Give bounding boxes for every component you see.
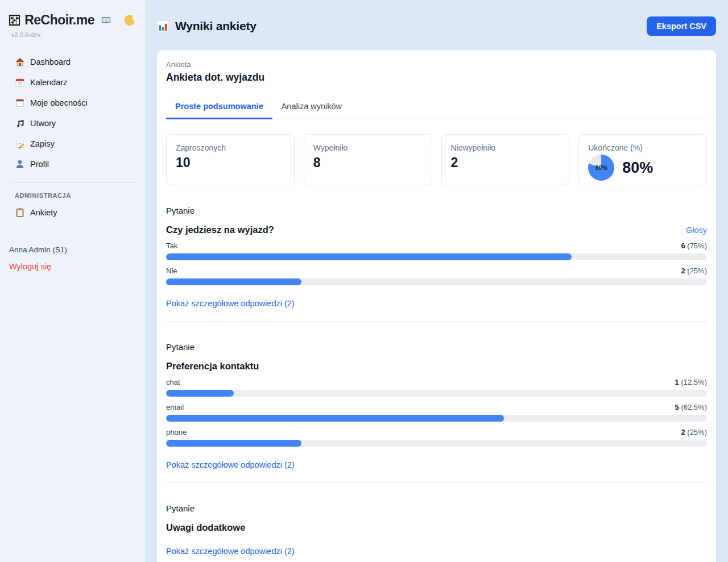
answer-bar-track bbox=[166, 253, 707, 260]
stat-card-wypelnilo: Wypełniło 8 bbox=[304, 134, 432, 185]
question-section: Pytanie Uwagi dodatkowe Pokaż szczegółow… bbox=[166, 483, 707, 562]
survey-name: Ankieta dot. wyjazdu bbox=[166, 72, 707, 84]
sidebar-item-label: Profil bbox=[30, 160, 49, 169]
completion-percent: 80% bbox=[622, 159, 653, 177]
question-label: Pytanie bbox=[166, 342, 707, 352]
answer-label: email bbox=[166, 403, 184, 411]
answers-list: chat 1 (12.5%) email 5 (62.5%) bbox=[166, 378, 707, 447]
question-title: Preferencja kontaktu bbox=[166, 361, 259, 372]
theme-toggle-moon-icon[interactable] bbox=[123, 14, 136, 27]
stat-value: 8 bbox=[313, 155, 423, 170]
sidebar-item-label: Zapisy bbox=[30, 139, 55, 148]
stat-card-zaproszonych: Zaproszonych 10 bbox=[166, 134, 295, 185]
stat-value: 2 bbox=[451, 155, 560, 170]
stats-row: Zaproszonych 10 Wypełniło 8 Niewypełniło… bbox=[166, 134, 707, 185]
sidebar-item-ankiety[interactable]: Ankiety bbox=[0, 202, 145, 223]
answer-row: phone 2 (25%) bbox=[166, 428, 707, 447]
sidebar-item-dashboard[interactable]: Dashboard bbox=[0, 52, 145, 72]
answer-label: chat bbox=[166, 378, 180, 386]
app-version: v2.0.0-dev bbox=[0, 28, 145, 38]
sidebar-item-label: Ankiety bbox=[30, 208, 57, 217]
stat-card-ukonczone: Ukończone (%) 80% 80% bbox=[578, 134, 707, 185]
sidebar-item-kalendarz[interactable]: 17 Kalendarz bbox=[0, 72, 145, 93]
open-book-icon bbox=[101, 15, 111, 25]
answer-label: Nie bbox=[166, 267, 177, 275]
sidebar-item-moje-obecnosci[interactable]: Moje obecności bbox=[0, 93, 145, 113]
stat-label: Zaproszonych bbox=[176, 143, 285, 152]
admin-section-label: ADMINISTRACJA bbox=[0, 183, 145, 202]
answer-bar-track bbox=[166, 390, 707, 397]
show-details-link[interactable]: Pokaż szczegółowe odpowiedzi (2) bbox=[166, 547, 295, 556]
answer-bar-track bbox=[166, 415, 707, 422]
app-logo: ReChoir.me bbox=[0, 9, 145, 28]
stat-label: Ukończone (%) bbox=[588, 143, 697, 152]
memo-pencil-icon bbox=[15, 139, 25, 149]
question-title: Czy jedziesz na wyjazd? bbox=[166, 224, 274, 235]
answer-label: Tak bbox=[166, 242, 177, 250]
answer-row: Tak 6 (75%) bbox=[166, 242, 707, 260]
stat-card-niewypelnilo: Niewypełniło 2 bbox=[441, 134, 570, 185]
completion-pie-chart: 80% bbox=[588, 155, 614, 181]
tab-analiza-wynikow[interactable]: Analiza wyników bbox=[272, 102, 351, 119]
pie-inner-label: 80% bbox=[595, 164, 607, 171]
stat-value: 10 bbox=[176, 155, 285, 170]
answer-bar-fill bbox=[166, 278, 301, 285]
answer-value: 2 (25%) bbox=[681, 428, 707, 436]
current-user: Anna Admin (S1) bbox=[0, 223, 145, 254]
answer-bar-fill bbox=[166, 390, 234, 397]
answer-row: chat 1 (12.5%) bbox=[166, 378, 707, 397]
calendar-icon: 17 bbox=[15, 77, 25, 88]
sidebar-item-zapisy[interactable]: Zapisy bbox=[0, 134, 145, 154]
votes-link[interactable]: Głosy bbox=[686, 226, 707, 235]
show-details-link[interactable]: Pokaż szczegółowe odpowiedzi (2) bbox=[166, 299, 295, 308]
answers-list: Tak 6 (75%) Nie 2 (25%) bbox=[166, 242, 707, 285]
app-name: ReChoir.me bbox=[24, 13, 94, 28]
question-label: Pytanie bbox=[166, 503, 707, 513]
answer-bar-fill bbox=[166, 415, 504, 422]
stat-label: Wypełniło bbox=[313, 143, 423, 152]
sidebar-item-label: Moje obecności bbox=[30, 98, 88, 107]
question-label: Pytanie bbox=[166, 206, 707, 215]
answer-value: 5 (62.5%) bbox=[675, 403, 707, 411]
choir-grid-logo-icon bbox=[9, 13, 20, 28]
survey-results-card: Ankieta Ankieta dot. wyjazdu Proste pods… bbox=[157, 50, 716, 562]
page-header: Wyniki ankiety Eksport CSV bbox=[157, 0, 716, 50]
sidebar-item-label: Dashboard bbox=[30, 57, 71, 66]
logout-link[interactable]: Wyloguj się bbox=[0, 254, 145, 271]
bar-chart-icon bbox=[157, 20, 169, 32]
answer-row: email 5 (62.5%) bbox=[166, 403, 707, 422]
survey-eyebrow: Ankieta bbox=[166, 60, 707, 69]
question-section: Pytanie Preferencja kontaktu chat 1 (12.… bbox=[166, 322, 707, 483]
show-details-link[interactable]: Pokaż szczegółowe odpowiedzi (2) bbox=[166, 460, 295, 469]
sidebar-nav: Dashboard 17 Kalendarz Moje obecności U bbox=[0, 52, 145, 174]
answer-label: phone bbox=[166, 428, 187, 436]
notepad-icon bbox=[15, 98, 25, 108]
sidebar-item-utwory[interactable]: Utwory bbox=[0, 113, 145, 134]
page-title: Wyniki ankiety bbox=[175, 19, 257, 33]
main-content: Wyniki ankiety Eksport CSV Ankieta Ankie… bbox=[146, 0, 728, 562]
answer-bar-fill bbox=[166, 253, 572, 260]
tab-bar: Proste podsumowanie Analiza wyników bbox=[166, 102, 707, 119]
sidebar-item-label: Kalendarz bbox=[30, 78, 67, 87]
tab-proste-podsumowanie[interactable]: Proste podsumowanie bbox=[166, 102, 272, 119]
answer-value: 2 (25%) bbox=[681, 267, 707, 275]
house-icon bbox=[15, 57, 25, 67]
stat-label: Niewypełniło bbox=[451, 143, 560, 152]
question-section: Pytanie Czy jedziesz na wyjazd? Głosy Ta… bbox=[166, 185, 707, 322]
clipboard-icon bbox=[15, 207, 25, 218]
answer-row: Nie 2 (25%) bbox=[166, 267, 707, 285]
question-title: Uwagi dodatkowe bbox=[166, 522, 245, 533]
export-csv-button[interactable]: Eksport CSV bbox=[647, 16, 716, 36]
person-icon bbox=[15, 159, 25, 169]
answer-bar-track bbox=[166, 440, 707, 447]
sidebar: ReChoir.me v2.0.0-dev Dashboard 17 bbox=[0, 0, 146, 562]
answer-bar-fill bbox=[166, 440, 301, 447]
answer-value: 1 (12.5%) bbox=[675, 378, 707, 386]
sidebar-item-label: Utwory bbox=[30, 119, 56, 128]
answer-bar-track bbox=[166, 278, 707, 285]
svg-text:17: 17 bbox=[18, 82, 22, 86]
music-notes-icon bbox=[15, 118, 25, 128]
answer-value: 6 (75%) bbox=[681, 242, 707, 250]
sidebar-item-profil[interactable]: Profil bbox=[0, 154, 145, 174]
